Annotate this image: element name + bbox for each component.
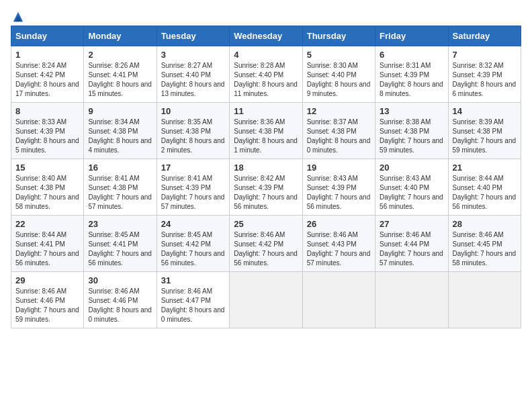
day-info: Sunrise: 8:41 AMSunset: 4:38 PMDaylight:… xyxy=(88,174,152,212)
day-info: Sunrise: 8:32 AMSunset: 4:39 PMDaylight:… xyxy=(453,61,517,99)
calendar-cell xyxy=(230,272,302,328)
weekday-header-thursday: Thursday xyxy=(302,26,375,46)
day-number: 5 xyxy=(307,50,371,60)
day-number: 26 xyxy=(307,219,371,229)
day-number: 24 xyxy=(161,219,225,229)
day-number: 30 xyxy=(88,275,152,285)
day-info: Sunrise: 8:41 AMSunset: 4:39 PMDaylight:… xyxy=(161,174,225,212)
calendar-cell: 28 Sunrise: 8:46 AMSunset: 4:45 PMDaylig… xyxy=(448,216,521,272)
calendar-cell: 29 Sunrise: 8:46 AMSunset: 4:46 PMDaylig… xyxy=(11,272,84,328)
day-info: Sunrise: 8:37 AMSunset: 4:38 PMDaylight:… xyxy=(307,118,371,155)
calendar-cell: 6 Sunrise: 8:31 AMSunset: 4:39 PMDayligh… xyxy=(375,46,448,103)
day-number: 27 xyxy=(380,219,443,229)
calendar-cell: 10 Sunrise: 8:35 AMSunset: 4:38 PMDaylig… xyxy=(157,103,229,159)
day-info: Sunrise: 8:30 AMSunset: 4:40 PMDaylight:… xyxy=(307,61,371,99)
day-number: 14 xyxy=(453,106,517,116)
day-info: Sunrise: 8:40 AMSunset: 4:38 PMDaylight:… xyxy=(15,174,79,212)
calendar-cell: 2 Sunrise: 8:26 AMSunset: 4:41 PMDayligh… xyxy=(84,46,157,103)
calendar-cell xyxy=(448,272,521,328)
calendar-cell: 23 Sunrise: 8:45 AMSunset: 4:41 PMDaylig… xyxy=(84,216,157,272)
calendar-cell: 5 Sunrise: 8:30 AMSunset: 4:40 PMDayligh… xyxy=(302,46,375,103)
calendar-table: SundayMondayTuesdayWednesdayThursdayFrid… xyxy=(11,26,521,328)
weekday-header-friday: Friday xyxy=(375,26,448,46)
day-info: Sunrise: 8:46 AMSunset: 4:44 PMDaylight:… xyxy=(380,230,443,268)
calendar-cell: 8 Sunrise: 8:33 AMSunset: 4:39 PMDayligh… xyxy=(11,103,84,159)
calendar-cell: 27 Sunrise: 8:46 AMSunset: 4:44 PMDaylig… xyxy=(375,216,448,272)
calendar-week-4: 22 Sunrise: 8:44 AMSunset: 4:41 PMDaylig… xyxy=(11,216,521,272)
day-info: Sunrise: 8:34 AMSunset: 4:38 PMDaylight:… xyxy=(88,118,152,155)
day-info: Sunrise: 8:44 AMSunset: 4:41 PMDaylight:… xyxy=(15,230,79,268)
calendar-header-row: SundayMondayTuesdayWednesdayThursdayFrid… xyxy=(11,26,521,46)
weekday-header-sunday: Sunday xyxy=(11,26,84,46)
day-info: Sunrise: 8:43 AMSunset: 4:40 PMDaylight:… xyxy=(380,174,443,212)
calendar-cell: 19 Sunrise: 8:43 AMSunset: 4:39 PMDaylig… xyxy=(302,159,375,216)
calendar-cell: 9 Sunrise: 8:34 AMSunset: 4:38 PMDayligh… xyxy=(84,103,157,159)
calendar-week-2: 8 Sunrise: 8:33 AMSunset: 4:39 PMDayligh… xyxy=(11,103,521,159)
calendar-cell: 13 Sunrise: 8:38 AMSunset: 4:38 PMDaylig… xyxy=(375,103,448,159)
calendar-cell: 21 Sunrise: 8:44 AMSunset: 4:40 PMDaylig… xyxy=(448,159,521,216)
day-number: 20 xyxy=(380,163,443,173)
calendar-cell: 30 Sunrise: 8:46 AMSunset: 4:46 PMDaylig… xyxy=(84,272,157,328)
calendar-cell xyxy=(375,272,448,328)
day-number: 6 xyxy=(380,50,443,60)
day-info: Sunrise: 8:46 AMSunset: 4:46 PMDaylight:… xyxy=(88,287,152,324)
day-info: Sunrise: 8:27 AMSunset: 4:40 PMDaylight:… xyxy=(161,61,225,99)
day-number: 28 xyxy=(453,219,517,229)
day-number: 4 xyxy=(234,50,298,60)
day-number: 17 xyxy=(161,163,225,173)
day-info: Sunrise: 8:46 AMSunset: 4:45 PMDaylight:… xyxy=(453,230,517,268)
day-info: Sunrise: 8:42 AMSunset: 4:39 PMDaylight:… xyxy=(234,174,298,212)
day-number: 13 xyxy=(380,106,443,116)
day-info: Sunrise: 8:36 AMSunset: 4:38 PMDaylight:… xyxy=(234,118,298,155)
calendar-cell: 12 Sunrise: 8:37 AMSunset: 4:38 PMDaylig… xyxy=(302,103,375,159)
day-number: 22 xyxy=(15,219,79,229)
calendar-cell: 26 Sunrise: 8:46 AMSunset: 4:43 PMDaylig… xyxy=(302,216,375,272)
day-info: Sunrise: 8:24 AMSunset: 4:42 PMDaylight:… xyxy=(15,61,79,99)
calendar-week-3: 15 Sunrise: 8:40 AMSunset: 4:38 PMDaylig… xyxy=(11,159,521,216)
day-info: Sunrise: 8:28 AMSunset: 4:40 PMDaylight:… xyxy=(234,61,298,99)
calendar-week-1: 1 Sunrise: 8:24 AMSunset: 4:42 PMDayligh… xyxy=(11,46,521,103)
day-number: 10 xyxy=(161,106,225,116)
day-number: 25 xyxy=(234,219,298,229)
day-number: 18 xyxy=(234,163,298,173)
weekday-header-wednesday: Wednesday xyxy=(230,26,302,46)
day-info: Sunrise: 8:31 AMSunset: 4:39 PMDaylight:… xyxy=(380,61,443,99)
day-number: 3 xyxy=(161,50,225,60)
calendar-cell: 1 Sunrise: 8:24 AMSunset: 4:42 PMDayligh… xyxy=(11,46,84,103)
day-number: 29 xyxy=(15,275,79,285)
calendar-cell: 4 Sunrise: 8:28 AMSunset: 4:40 PMDayligh… xyxy=(230,46,302,103)
day-number: 23 xyxy=(88,219,152,229)
day-info: Sunrise: 8:39 AMSunset: 4:38 PMDaylight:… xyxy=(453,118,517,155)
day-number: 21 xyxy=(453,163,517,173)
day-info: Sunrise: 8:46 AMSunset: 4:46 PMDaylight:… xyxy=(15,287,79,324)
calendar-cell: 7 Sunrise: 8:32 AMSunset: 4:39 PMDayligh… xyxy=(448,46,521,103)
calendar-cell: 14 Sunrise: 8:39 AMSunset: 4:38 PMDaylig… xyxy=(448,103,521,159)
day-info: Sunrise: 8:38 AMSunset: 4:38 PMDaylight:… xyxy=(380,118,443,155)
calendar-cell: 20 Sunrise: 8:43 AMSunset: 4:40 PMDaylig… xyxy=(375,159,448,216)
day-info: Sunrise: 8:35 AMSunset: 4:38 PMDaylight:… xyxy=(161,118,225,155)
day-info: Sunrise: 8:46 AMSunset: 4:47 PMDaylight:… xyxy=(161,287,225,324)
day-info: Sunrise: 8:46 AMSunset: 4:43 PMDaylight:… xyxy=(307,230,371,268)
page-header xyxy=(11,11,521,20)
calendar-cell: 18 Sunrise: 8:42 AMSunset: 4:39 PMDaylig… xyxy=(230,159,302,216)
day-info: Sunrise: 8:33 AMSunset: 4:39 PMDaylight:… xyxy=(15,118,79,155)
logo-icon xyxy=(12,11,24,23)
calendar-cell: 3 Sunrise: 8:27 AMSunset: 4:40 PMDayligh… xyxy=(157,46,229,103)
day-info: Sunrise: 8:45 AMSunset: 4:42 PMDaylight:… xyxy=(161,230,225,268)
day-info: Sunrise: 8:44 AMSunset: 4:40 PMDaylight:… xyxy=(453,174,517,212)
day-number: 7 xyxy=(453,50,517,60)
calendar-cell xyxy=(302,272,375,328)
calendar-cell: 11 Sunrise: 8:36 AMSunset: 4:38 PMDaylig… xyxy=(230,103,302,159)
day-number: 11 xyxy=(234,106,298,116)
day-number: 2 xyxy=(88,50,152,60)
day-number: 19 xyxy=(307,163,371,173)
day-info: Sunrise: 8:46 AMSunset: 4:42 PMDaylight:… xyxy=(234,230,298,268)
day-number: 12 xyxy=(307,106,371,116)
weekday-header-monday: Monday xyxy=(84,26,157,46)
day-number: 8 xyxy=(15,106,79,116)
weekday-header-saturday: Saturday xyxy=(448,26,521,46)
day-number: 16 xyxy=(88,163,152,173)
logo xyxy=(11,11,24,20)
calendar-cell: 16 Sunrise: 8:41 AMSunset: 4:38 PMDaylig… xyxy=(84,159,157,216)
day-number: 15 xyxy=(15,163,79,173)
